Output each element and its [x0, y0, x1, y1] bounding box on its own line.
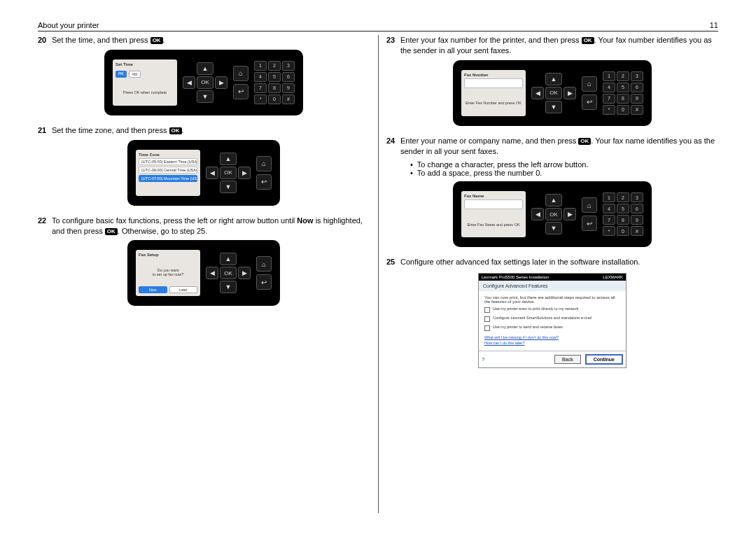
- step-21: 21 Set the time zone, and then press OK.: [38, 125, 370, 136]
- page-number: 11: [710, 21, 718, 29]
- now-button[interactable]: Now: [139, 286, 167, 293]
- down-button[interactable]: ▼: [197, 90, 214, 103]
- back-icon[interactable]: ↩: [233, 84, 248, 99]
- step-25: 25 Configure other advanced fax settings…: [386, 257, 718, 267]
- printer-panel-fax-number: Fax Number Enter Fax Number and press OK…: [453, 60, 652, 126]
- up-button[interactable]: ▲: [197, 62, 214, 75]
- dialog-heading: Configure Advanced Features: [479, 281, 626, 291]
- page-header: About your printer 11: [38, 17, 718, 31]
- step-20: 20 Set the time, and then press OK.: [38, 35, 370, 45]
- checkbox-2[interactable]: Configure Lexmark SmartSolutions and sta…: [484, 316, 620, 322]
- right-button[interactable]: ▶: [215, 76, 227, 89]
- step-24: 24 Enter your name or company name, and …: [386, 136, 718, 157]
- step-23: 23 Enter your fax number for the printer…: [386, 35, 718, 56]
- checkbox-1[interactable]: Use my printer even to print directly to…: [484, 307, 620, 313]
- home-icon[interactable]: ⌂: [233, 66, 248, 81]
- help-icon[interactable]: ?: [482, 356, 484, 363]
- left-button[interactable]: ◀: [183, 76, 195, 89]
- printer-panel-fax-name: Fax Name Enter Fax Name and press OK ▲ ◀…: [453, 181, 652, 247]
- later-button[interactable]: Later: [169, 286, 198, 293]
- back-button[interactable]: Back: [554, 355, 581, 364]
- ok-icon: OK: [169, 127, 182, 134]
- help-link-1[interactable]: What will I be missing if I don't do thi…: [484, 335, 620, 341]
- ok-icon: OK: [150, 37, 163, 44]
- help-link-2[interactable]: How can I do this later?: [484, 341, 620, 346]
- dpad: ▲ ◀ OK ▶ ▼: [183, 62, 227, 103]
- printer-panel-set-time: Set Time PM AM Press OK when complete ▲ …: [104, 50, 303, 115]
- header-title: About your printer: [38, 21, 99, 29]
- brand-logo: LEXMARK: [603, 275, 623, 279]
- continue-button[interactable]: Continue: [585, 354, 623, 365]
- step-24-bullets: To change a character, press the left ar…: [410, 160, 718, 177]
- keypad: 123 456 789 *0#: [254, 61, 295, 104]
- ok-icon: OK: [105, 228, 118, 235]
- checkbox-3[interactable]: Use my printer to send and receive faxes: [484, 325, 620, 331]
- step-22: 22 To configure basic fax functions, pre…: [38, 216, 370, 237]
- window-title: Lexmark Pro5500 Series Installation: [482, 275, 549, 279]
- printer-panel-time-zone: Time Zone (UTC-05:00) Eastern Time (USA/…: [127, 140, 280, 206]
- software-window: Lexmark Pro5500 Series Installation LEXM…: [478, 273, 626, 367]
- ok-button[interactable]: OK: [197, 76, 214, 89]
- ok-icon: OK: [582, 37, 594, 44]
- printer-panel-fax-setup: Fax Setup Do you wantto set up fax now? …: [127, 240, 280, 306]
- ok-icon: OK: [578, 138, 591, 145]
